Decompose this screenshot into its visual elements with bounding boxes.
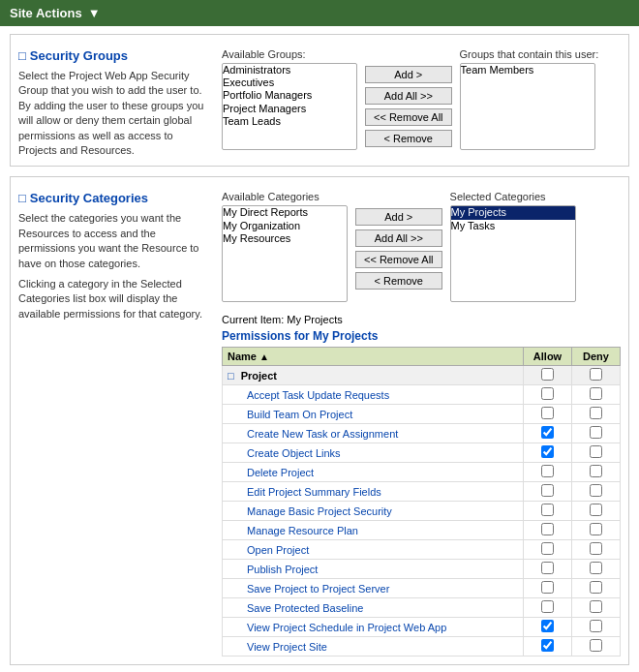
perm-name-cell: Create Object Links (223, 443, 524, 463)
selected-groups-label: Groups that contain this user: (460, 48, 599, 60)
main-content: □ Security Groups Select the Project Web… (0, 26, 639, 672)
col-header-name[interactable]: Name ▲ (223, 348, 524, 366)
top-bar: Site Actions ▼ (0, 0, 639, 26)
perm-allow-checkbox[interactable] (541, 387, 554, 400)
perm-deny-checkbox[interactable] (590, 581, 602, 594)
table-row: View Project Site (223, 637, 621, 657)
security-categories-description2: Clicking a category in the Selected Cate… (18, 277, 212, 321)
perm-link[interactable]: Save Protected Baseline (247, 602, 363, 614)
perm-allow-checkbox[interactable] (541, 620, 554, 632)
perm-deny-checkbox[interactable] (590, 523, 602, 535)
perm-allow-cell (524, 424, 572, 443)
perm-allow-checkbox[interactable] (541, 600, 554, 613)
perm-link[interactable]: Publish Project (247, 564, 318, 575)
remove-all-categories-button[interactable]: << Remove All (355, 251, 442, 268)
remove-group-button[interactable]: < Remove (365, 130, 452, 147)
available-categories-select[interactable]: My Direct ReportsMy OrganizationMy Resou… (222, 205, 348, 302)
selected-categories-select[interactable]: My ProjectsMy Tasks (450, 205, 576, 302)
perm-deny-checkbox[interactable] (590, 620, 602, 632)
table-row: Delete Project (223, 463, 621, 482)
perm-link[interactable]: Create New Task or Assignment (247, 428, 398, 440)
perm-allow-checkbox[interactable] (541, 523, 554, 535)
perm-link[interactable]: View Project Schedule in Project Web App (247, 622, 446, 633)
available-groups-select[interactable]: AdministratorsExecutivesPortfolio Manage… (222, 63, 357, 150)
perm-deny-checkbox[interactable] (590, 504, 602, 516)
perm-deny-cell (572, 405, 621, 424)
group-deny-checkbox[interactable] (590, 368, 602, 381)
perm-allow-cell (524, 463, 572, 482)
remove-all-groups-button[interactable]: << Remove All (365, 108, 452, 126)
perm-deny-checkbox[interactable] (590, 407, 602, 419)
perm-allow-cell (524, 618, 572, 637)
perm-name-cell: Open Project (223, 540, 524, 560)
perm-deny-cell (572, 482, 621, 502)
perm-link[interactable]: View Project Site (247, 641, 327, 653)
perm-name-cell: Edit Project Summary Fields (223, 482, 524, 502)
available-groups-container: Available Groups: AdministratorsExecutiv… (222, 48, 357, 150)
perm-deny-checkbox[interactable] (590, 387, 602, 400)
add-category-button[interactable]: Add > (355, 208, 442, 226)
perm-link[interactable]: Manage Basic Project Security (247, 505, 392, 517)
table-row: Publish Project (223, 560, 621, 579)
perm-link[interactable]: Save Project to Project Server (247, 583, 389, 595)
perm-allow-checkbox[interactable] (541, 581, 554, 594)
sort-arrow-icon: ▲ (259, 351, 269, 362)
groups-buttons: Add > Add All >> << Remove All < Remove (365, 48, 452, 147)
col-header-allow[interactable]: Allow (524, 348, 572, 366)
security-groups-right: Available Groups: AdministratorsExecutiv… (222, 48, 621, 158)
perm-deny-checkbox[interactable] (590, 426, 602, 439)
perm-link[interactable]: Edit Project Summary Fields (247, 486, 381, 498)
perm-deny-cell (572, 502, 621, 521)
perm-deny-checkbox[interactable] (590, 562, 602, 574)
perm-deny-checkbox[interactable] (590, 484, 602, 497)
perm-allow-checkbox[interactable] (541, 465, 554, 477)
add-all-groups-button[interactable]: Add All >> (365, 87, 452, 105)
collapse-icon-categories[interactable]: □ (18, 191, 26, 205)
perm-allow-checkbox[interactable] (541, 504, 554, 516)
perm-allow-cell (524, 521, 572, 540)
perm-name-cell: Manage Basic Project Security (223, 502, 524, 521)
perm-allow-checkbox[interactable] (541, 407, 554, 419)
perm-link[interactable]: Accept Task Update Requests (247, 389, 389, 401)
site-actions-dropdown-icon[interactable]: ▼ (88, 6, 101, 20)
perm-deny-checkbox[interactable] (590, 465, 602, 477)
perm-allow-checkbox[interactable] (541, 445, 554, 458)
group-allow-checkbox[interactable] (541, 368, 554, 381)
perm-allow-checkbox[interactable] (541, 562, 554, 574)
selected-groups-select[interactable]: Team Members (460, 63, 595, 150)
perm-deny-checkbox[interactable] (590, 600, 602, 613)
security-groups-description: Select the Project Web App Security Grou… (18, 69, 212, 158)
perm-allow-checkbox[interactable] (541, 484, 554, 497)
expand-icon[interactable]: □ (228, 370, 234, 382)
perm-allow-checkbox[interactable] (541, 426, 554, 439)
perm-allow-cell (524, 540, 572, 560)
categories-buttons: Add > Add All >> << Remove All < Remove (355, 191, 442, 290)
table-row: Save Project to Project Server (223, 579, 621, 598)
col-header-deny[interactable]: Deny (572, 348, 621, 366)
perm-allow-checkbox[interactable] (541, 639, 554, 652)
perm-allow-checkbox[interactable] (541, 542, 554, 555)
table-row: □ Project (223, 366, 621, 385)
add-all-categories-button[interactable]: Add All >> (355, 229, 442, 247)
add-group-button[interactable]: Add > (365, 66, 452, 83)
perm-deny-checkbox[interactable] (590, 639, 602, 652)
perm-allow-cell (524, 405, 572, 424)
table-row: Open Project (223, 540, 621, 560)
collapse-icon-groups[interactable]: □ (18, 48, 26, 63)
site-actions-label: Site Actions (10, 6, 82, 20)
remove-category-button[interactable]: < Remove (355, 272, 442, 290)
perm-deny-cell (572, 540, 621, 560)
perm-link[interactable]: Delete Project (247, 467, 314, 478)
security-categories-description1: Select the categories you want the Resou… (18, 211, 212, 271)
perm-deny-checkbox[interactable] (590, 542, 602, 555)
selected-categories-container: Selected Categories My ProjectsMy Tasks (450, 191, 576, 302)
perm-allow-cell (524, 560, 572, 579)
perm-link[interactable]: Create Object Links (247, 447, 341, 459)
security-groups-title: □ Security Groups (18, 48, 212, 63)
perm-name-cell: Create New Task or Assignment (223, 424, 524, 443)
perm-link[interactable]: Manage Resource Plan (247, 525, 358, 536)
perm-link[interactable]: Open Project (247, 544, 309, 556)
perm-deny-checkbox[interactable] (590, 445, 602, 458)
table-row: Manage Basic Project Security (223, 502, 621, 521)
perm-link[interactable]: Build Team On Project (247, 409, 352, 420)
